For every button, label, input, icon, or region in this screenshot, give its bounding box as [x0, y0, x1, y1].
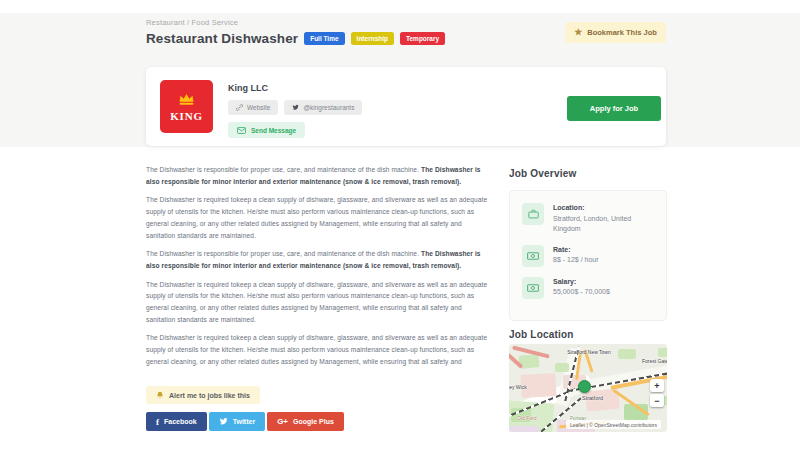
star-icon: ★ [574, 28, 582, 37]
paragraph-text: The Dishwasher is responsible for proper… [146, 250, 421, 257]
briefcase-icon [522, 203, 544, 225]
overview-label: Rate: [553, 246, 599, 253]
map-marker[interactable] [578, 380, 591, 393]
website-label: Website [247, 104, 270, 111]
map-attribution[interactable]: Leaflet | © OpenStreetMap contributors [566, 420, 661, 429]
map-patch [618, 349, 636, 359]
twitter-handle: @kingrestaurants [303, 104, 354, 111]
map-label-forest-gate: Forest Gate [642, 358, 667, 364]
map-patch [509, 426, 539, 432]
facebook-share-button[interactable]: f Facebook [146, 412, 207, 431]
overview-value: 55,000$ - 70,000$ [553, 287, 610, 298]
send-message-button[interactable]: Send Message [228, 122, 305, 138]
job-alert-button[interactable]: Alert me to jobs like this [146, 386, 260, 404]
job-overview-card: Location: Stratford, London, United King… [509, 190, 667, 321]
zoom-in-button[interactable]: + [650, 379, 664, 392]
description-paragraph: The Dishwasher is required tokeep a clea… [146, 194, 491, 241]
page-title: Restaurant Dishwasher [146, 31, 298, 46]
logo-text: KING [170, 110, 203, 122]
badge-temporary: Temporary [400, 32, 445, 45]
alert-label: Alert me to jobs like this [169, 392, 250, 399]
send-message-label: Send Message [251, 127, 296, 134]
paragraph-text: The Dishwasher is required tokeep a clea… [146, 196, 487, 238]
twitter-share-button[interactable]: Twitter [209, 412, 265, 431]
twitter-handle-link[interactable]: @kingrestaurants [284, 100, 362, 115]
crown-icon [178, 91, 195, 109]
banknote-icon [522, 245, 544, 267]
apply-for-job-button[interactable]: Apply for Job [567, 96, 661, 121]
facebook-icon: f [156, 417, 159, 427]
google-plus-label: Google Plus [293, 418, 334, 425]
map-label-hackney-wick: Hackney Wick [509, 384, 527, 390]
company-links: Website @kingrestaurants [228, 100, 362, 115]
map-label-new-town: Stratford New Town [567, 349, 611, 355]
paragraph-text: The Dishwasher is required tokeep a clea… [146, 281, 487, 323]
overview-item-rate: Rate: 8$ - 12$ / hour [522, 245, 654, 267]
description-paragraph: The Dishwasher is required tokeep a clea… [146, 332, 491, 367]
google-plus-icon: G+ [277, 417, 288, 426]
overview-label: Salary: [553, 278, 610, 285]
banknote-icon [522, 277, 544, 299]
paragraph-text: The Dishwasher is responsible for proper… [146, 166, 421, 173]
share-buttons: f Facebook Twitter G+ Google Plus [146, 412, 344, 431]
map-zoom-control: + − [650, 379, 664, 409]
overview-value: Stratford, London, United Kingdom [553, 214, 654, 235]
company-logo: KING [160, 80, 213, 133]
envelope-icon [237, 127, 246, 134]
link-icon [236, 104, 243, 112]
map-label-old-ford: Old Ford [517, 415, 536, 421]
bell-icon [156, 391, 164, 399]
company-card: KING King LLC Website @kingrestaurants S… [146, 67, 666, 146]
company-name: King LLC [228, 83, 268, 93]
bookmark-job-button[interactable]: ★ Bookmark This Job [565, 22, 666, 43]
badge-full-time: Full Time [304, 32, 344, 45]
map-patch [658, 348, 667, 357]
map-patch [555, 363, 569, 372]
overview-value: 8$ - 12$ / hour [553, 255, 599, 266]
bookmark-label: Bookmark This Job [587, 28, 657, 37]
twitter-label: Twitter [233, 418, 255, 425]
overview-item-text: Rate: 8$ - 12$ / hour [553, 245, 599, 267]
map-label-stratford: Stratford [582, 395, 603, 401]
facebook-label: Facebook [164, 418, 197, 425]
job-overview-heading: Job Overview [509, 168, 576, 179]
badge-internship: Internship [351, 32, 394, 45]
twitter-bird-icon [292, 104, 299, 111]
description-paragraph: The Dishwasher is responsible for proper… [146, 164, 491, 187]
overview-item-text: Salary: 55,000$ - 70,000$ [553, 277, 610, 299]
title-row: Restaurant Dishwasher Full Time Internsh… [146, 31, 445, 46]
twitter-icon [219, 417, 228, 426]
overview-item-salary: Salary: 55,000$ - 70,000$ [522, 277, 654, 299]
overview-item-text: Location: Stratford, London, United King… [553, 203, 654, 235]
paragraph-text: The Dishwasher is required tokeep a clea… [146, 334, 487, 364]
description-paragraph: The Dishwasher is responsible for proper… [146, 248, 491, 271]
job-description: The Dishwasher is responsible for proper… [146, 164, 491, 375]
job-location-heading: Job Location [509, 329, 574, 340]
overview-label: Location: [553, 204, 654, 211]
zoom-out-button[interactable]: − [650, 394, 664, 407]
overview-item-location: Location: Stratford, London, United King… [522, 203, 654, 235]
google-plus-share-button[interactable]: G+ Google Plus [267, 412, 344, 431]
job-location-map[interactable]: Stratford New Town Forest Gate Hackney W… [509, 344, 667, 432]
description-paragraph: The Dishwasher is required tokeep a clea… [146, 279, 491, 326]
breadcrumb[interactable]: Restaurant / Food Service [146, 18, 238, 27]
website-link[interactable]: Website [228, 100, 278, 115]
